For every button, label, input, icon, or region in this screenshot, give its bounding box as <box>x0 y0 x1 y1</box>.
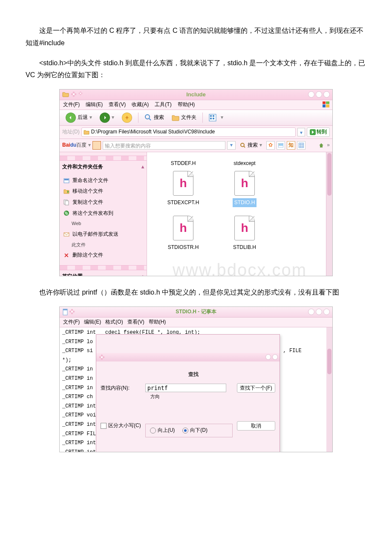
explorer-body: 文件和文件夹任务 ▴ 重命名这个文件 移动这个文件 复制这个文件 将这个文件发布… <box>60 152 332 276</box>
find-close-button[interactable] <box>272 354 278 360</box>
svg-rect-12 <box>210 115 212 117</box>
svg-rect-26 <box>65 201 69 205</box>
menu-view[interactable]: 查看(V) <box>109 100 126 110</box>
svg-rect-14 <box>210 118 212 119</box>
task-email[interactable]: 以电子邮件形式发送 <box>61 229 145 240</box>
search-label: 搜索 <box>154 113 164 122</box>
find-cancel-button[interactable]: 取消 <box>237 421 275 431</box>
find-help-button[interactable] <box>265 354 271 360</box>
svg-point-42 <box>101 358 103 360</box>
svg-point-20 <box>279 144 280 145</box>
folder-icon <box>62 91 69 97</box>
address-input[interactable]: D:\Program Files\Microsoft Visual Studio… <box>81 127 296 137</box>
baidu-calendar-icon[interactable] <box>297 141 306 150</box>
task-publish[interactable]: 将这个文件发布到 <box>61 208 145 219</box>
maximize-button[interactable] <box>316 309 322 315</box>
menu-file[interactable]: 文件(F) <box>63 100 80 110</box>
explorer-titlebar: Include <box>60 90 332 100</box>
file-item[interactable]: hSTDIOSTR.H <box>156 216 211 252</box>
np-menu-view[interactable]: 查看(V) <box>127 318 144 327</box>
address-bar: 地址(D) D:\Program Files\Microsoft Visual … <box>60 126 332 139</box>
close-button[interactable] <box>323 91 330 98</box>
file-item-selected[interactable]: hSTDIO.H <box>217 171 272 208</box>
svg-rect-22 <box>299 143 303 147</box>
scrollbar[interactable] <box>326 152 332 276</box>
svg-point-36 <box>73 311 75 313</box>
sidebar-other-header[interactable]: 其它位置 ▴ <box>62 272 144 276</box>
baidu-zhi-icon[interactable]: 知 <box>287 141 295 150</box>
close-button[interactable] <box>323 309 330 315</box>
file-item[interactable]: hSTDLIB.H <box>217 216 272 252</box>
back-button[interactable]: 后退 ▾ <box>63 112 95 123</box>
notepad-text-area[interactable]: _CRTIMP int __cdecl fseek(FILE *, long, … <box>60 327 332 452</box>
task-email-sub: 此文件 <box>61 240 145 250</box>
baidu-orange-icon[interactable]: ✿ <box>266 141 275 150</box>
baidu-search-label: 搜索 <box>248 141 258 150</box>
sidebar-tasks-header[interactable]: 文件和文件夹任务 ▴ <box>62 162 144 172</box>
np-menu-format[interactable]: 格式(O) <box>105 318 123 327</box>
svg-point-39 <box>71 311 73 312</box>
maximize-button[interactable] <box>316 91 322 98</box>
toolbar-separator <box>202 113 203 123</box>
svg-point-5 <box>80 92 81 93</box>
address-label: 地址(D) <box>62 127 80 137</box>
np-menu-edit[interactable]: 编辑(E) <box>84 318 101 327</box>
sidebar-task-list: 重命名这个文件 移动这个文件 复制这个文件 将这个文件发布到 Web 以电子邮件… <box>61 175 145 261</box>
forward-button[interactable]: ▾ <box>97 112 117 123</box>
file-label: STDDEF.H <box>171 159 196 168</box>
scrollbar[interactable] <box>326 327 332 452</box>
svg-rect-24 <box>64 179 69 180</box>
svg-point-0 <box>73 92 75 94</box>
baidu-logo: Baidu百度 <box>62 141 86 150</box>
baidu-orange-button[interactable] <box>92 141 101 150</box>
address-dropdown-button[interactable]: ▾ <box>297 128 305 136</box>
file-pane[interactable]: STDDEF.H stdexcept hSTDEXCPT.H hSTDIO.H … <box>147 152 332 276</box>
menu-help[interactable]: 帮助(H) <box>178 100 195 110</box>
direction-down-radio[interactable]: 向下(D) <box>182 426 208 435</box>
find-next-button[interactable]: 查找下一个(F) <box>237 383 275 393</box>
folders-button[interactable]: 文件夹 <box>169 112 199 123</box>
paragraph-2: <stdio.h>中的头文件 stdio.h 到底是什么东西，我就来说下了，st… <box>26 57 366 82</box>
direction-up-radio[interactable]: 向上(U) <box>150 426 175 435</box>
np-menu-file[interactable]: 文件(F) <box>63 318 80 327</box>
direction-group-label: 方向 <box>149 393 161 401</box>
back-label: 后退 <box>78 113 88 122</box>
go-button[interactable]: 转到 <box>307 127 330 137</box>
baidu-search-button[interactable]: 搜索 ▾ <box>237 140 265 151</box>
notepad-window: STDIO.H - 记事本 文件(F) 编辑(E) 格式(O) 查看(V) 帮助… <box>59 306 333 452</box>
file-label: STDEXCPT.H <box>167 198 199 208</box>
task-move[interactable]: 移动这个文件 <box>61 186 145 197</box>
menu-fav[interactable]: 收藏(A) <box>132 100 149 110</box>
svg-point-38 <box>69 311 72 313</box>
baidu-picture-icon[interactable] <box>277 141 285 150</box>
direction-group: 向上(U) 向下(D) <box>145 424 233 437</box>
menu-tools[interactable]: 工具(T) <box>155 100 171 110</box>
toolbar-separator <box>138 113 138 123</box>
minimize-button[interactable] <box>308 91 314 98</box>
svg-point-9 <box>80 93 81 94</box>
task-delete[interactable]: ✕删除这个文件 <box>61 250 145 261</box>
baidu-more-icon[interactable]: » <box>327 141 330 150</box>
search-button[interactable]: 搜索 <box>142 112 167 123</box>
svg-point-17 <box>241 143 244 147</box>
search-icon <box>240 142 246 148</box>
find-case-checkbox[interactable]: 区分大小写(C) <box>101 421 141 431</box>
window-controls <box>308 309 330 315</box>
file-item[interactable]: stdexcept <box>217 156 272 168</box>
file-item[interactable]: hSTDEXCPT.H <box>156 171 211 208</box>
file-item[interactable]: STDDEF.H <box>156 156 211 168</box>
up-button[interactable] <box>119 112 135 123</box>
task-copy[interactable]: 复制这个文件 <box>61 197 145 208</box>
baidu-home-icon[interactable] <box>317 142 325 149</box>
baidu-search-dropdown[interactable]: ▾ <box>227 141 236 150</box>
explorer-window: Include 文件(F) 编辑(E) 查看(V) 收藏(A) 工具(T) 帮助… <box>59 89 333 276</box>
baidu-search-input[interactable]: 输入想要搜索的内容 <box>103 141 225 150</box>
svg-point-7 <box>80 94 81 95</box>
views-button[interactable]: ▾ <box>206 112 226 123</box>
task-rename[interactable]: 重命名这个文件 <box>61 175 145 186</box>
np-menu-help[interactable]: 帮助(H) <box>149 318 166 327</box>
menu-edit[interactable]: 编辑(E) <box>86 100 103 110</box>
find-content-label: 查找内容(N): <box>101 384 141 393</box>
minimize-button[interactable] <box>308 309 314 315</box>
svg-point-40 <box>101 355 103 357</box>
